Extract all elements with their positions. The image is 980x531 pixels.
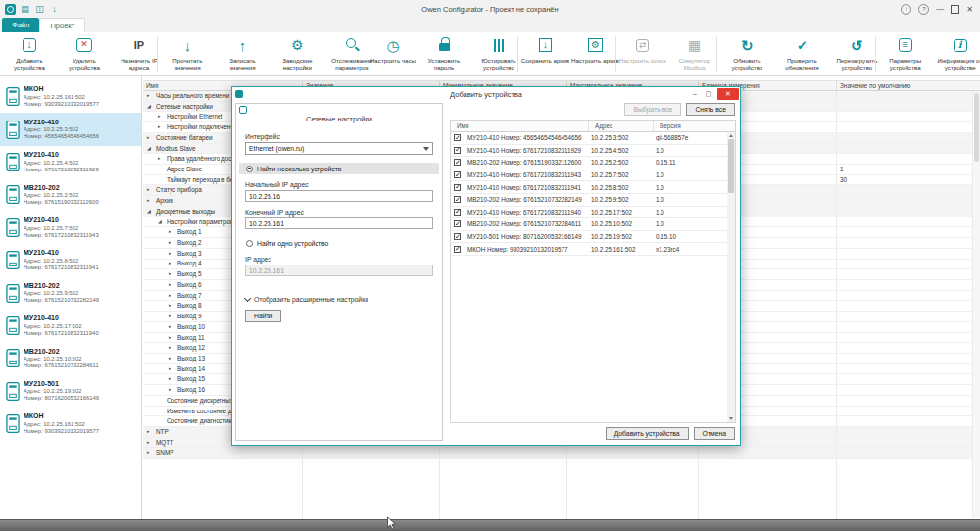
- expander-icon[interactable]: [169, 269, 175, 279]
- radio-find-multiple[interactable]: Найти несколько устройств: [239, 163, 439, 174]
- dialog-maximize-button[interactable]: [702, 88, 715, 100]
- expander-icon[interactable]: [169, 333, 175, 343]
- save-archive-button[interactable]: Сохранить архив: [520, 33, 570, 75]
- expander-icon[interactable]: [147, 144, 154, 154]
- select-all-button[interactable]: Выбрать все: [624, 103, 681, 116]
- new-project-icon[interactable]: [20, 4, 30, 15]
- factory-settings-button[interactable]: Заводские настройки: [270, 33, 324, 75]
- device-checkbox[interactable]: [454, 233, 461, 240]
- modbus-simulator-button[interactable]: Симулятор Modbus: [667, 33, 722, 75]
- dialog-device-row[interactable]: МУ210-410 Номер: 67617210832311940 10.2.…: [451, 207, 727, 219]
- table-row[interactable]: SNMP: [143, 448, 980, 459]
- dialog-device-row[interactable]: МВ210-202 Номер: 67615210732282149 10.2.…: [451, 194, 727, 207]
- tab-project[interactable]: Проект: [39, 18, 85, 32]
- save-project-icon[interactable]: [34, 4, 45, 15]
- expander-icon[interactable]: [147, 448, 154, 458]
- expander-icon[interactable]: [147, 91, 154, 101]
- device-list-item[interactable]: МУ210-410 Адрес: 10.2.25.17:502 Номер: 6…: [0, 310, 141, 342]
- scroll-up-icon[interactable]: [729, 134, 733, 137]
- find-button[interactable]: Найти: [245, 310, 281, 322]
- device-checkbox[interactable]: [454, 184, 461, 191]
- device-checkbox[interactable]: [454, 134, 461, 141]
- device-checkbox[interactable]: [454, 220, 461, 227]
- device-list-item[interactable]: МУ210-410 Адрес: 10.2.25.8:502 Номер: 67…: [0, 244, 141, 276]
- dialog-device-row[interactable]: МУ210-410 Номер: 45654654546454656 10.2.…: [451, 132, 727, 145]
- tab-file[interactable]: Файл: [2, 18, 39, 32]
- expander-icon[interactable]: [147, 196, 154, 206]
- reboot-device-button[interactable]: Перезагрузить устройство: [829, 33, 884, 75]
- dialog-device-row[interactable]: МКОН Номер: 93039210132019577 10.2.25.16…: [451, 243, 727, 256]
- dialog-device-row[interactable]: МУ210-410 Номер: 67617210832311943 10.2.…: [451, 169, 727, 182]
- device-list-item[interactable]: МУ210-410 Адрес: 10.2.25.3:502 Номер: 45…: [0, 113, 141, 145]
- device-info-button[interactable]: Информация об устройстве: [933, 33, 980, 75]
- expander-icon[interactable]: [169, 280, 175, 290]
- main-vertical-scrollbar[interactable]: [972, 91, 980, 518]
- expander-icon[interactable]: [169, 249, 175, 259]
- dialog-scrollbar-thumb[interactable]: [728, 139, 734, 193]
- minimize-button[interactable]: [936, 7, 944, 11]
- add-devices-button[interactable]: Добавить устройства: [2, 33, 57, 75]
- expander-icon[interactable]: [169, 354, 175, 363]
- device-list-item[interactable]: МВ210-202 Адрес: 10.2.25.2:502 Номер: 67…: [0, 178, 141, 211]
- device-checkbox[interactable]: [454, 159, 461, 166]
- device-list-item[interactable]: МВ210-202 Адрес: 10.2.25.9:502 Номер: 67…: [0, 276, 141, 309]
- expander-icon[interactable]: [147, 185, 154, 195]
- device-list-item[interactable]: МУ210-410 Адрес: 10.2.25.4:502 Номер: 67…: [0, 146, 141, 178]
- device-checkbox[interactable]: [454, 246, 461, 253]
- device-checkbox[interactable]: [454, 171, 461, 178]
- dialog-column-name[interactable]: Имя: [451, 121, 589, 131]
- scrollbar-thumb[interactable]: [974, 93, 979, 162]
- write-values-button[interactable]: Записать значения: [215, 33, 270, 75]
- delete-devices-button[interactable]: Удалить устройства: [57, 33, 112, 75]
- start-ip-input[interactable]: [245, 190, 433, 202]
- expander-icon[interactable]: [158, 154, 165, 164]
- expander-icon[interactable]: [147, 102, 154, 112]
- configure-archive-button[interactable]: Настроить архив: [570, 33, 620, 75]
- expander-icon[interactable]: [147, 438, 154, 448]
- expander-icon[interactable]: [147, 427, 154, 437]
- expander-icon[interactable]: [169, 312, 175, 321]
- device-parameters-button[interactable]: Параметры устройства: [878, 33, 933, 75]
- device-checkbox[interactable]: [454, 196, 461, 203]
- expander-icon[interactable]: [158, 112, 165, 121]
- close-button[interactable]: [966, 5, 973, 14]
- expander-icon[interactable]: [169, 238, 175, 248]
- device-checkbox[interactable]: [454, 209, 461, 216]
- expander-icon[interactable]: [169, 260, 175, 269]
- check-updates-button[interactable]: Проверить обновления: [774, 33, 829, 75]
- advanced-settings-link[interactable]: Отобразить расширенные настройки: [245, 296, 433, 303]
- dialog-column-version[interactable]: Версия: [654, 121, 735, 131]
- expander-icon[interactable]: [158, 217, 165, 227]
- device-list-item[interactable]: МКОН Адрес: 10.2.25.161:502 Номер: 93039…: [0, 408, 141, 440]
- expander-icon[interactable]: [169, 301, 175, 311]
- expander-icon[interactable]: [169, 227, 175, 237]
- info-icon[interactable]: [901, 4, 911, 15]
- dialog-device-row[interactable]: МВ210-202 Номер: 67615210732284611 10.2.…: [451, 218, 727, 231]
- expander-icon[interactable]: [169, 322, 175, 332]
- dialog-device-row[interactable]: МВ210-202 Номер: 67615190332112600 10.2.…: [451, 157, 727, 169]
- dialog-table-scrollbar[interactable]: [727, 132, 735, 422]
- expander-icon[interactable]: [147, 133, 154, 143]
- dialog-device-row[interactable]: МУ210-410 Номер: 67617210832311941 10.2.…: [451, 181, 727, 194]
- cancel-button[interactable]: Отмена: [694, 427, 735, 440]
- scroll-down-icon[interactable]: [729, 417, 733, 420]
- expander-icon[interactable]: [169, 343, 175, 353]
- assign-ip-button[interactable]: Назначить IP адреса: [112, 33, 167, 75]
- set-password-button[interactable]: Установить пароль: [416, 33, 471, 75]
- configure-gateway-button[interactable]: Настроить шлюз: [618, 33, 667, 75]
- column-header-default[interactable]: Значение по умолчанию: [837, 81, 980, 90]
- dialog-close-button[interactable]: [717, 88, 739, 100]
- add-devices-confirm-button[interactable]: Добавить устройства: [606, 427, 689, 440]
- expander-icon[interactable]: [169, 364, 175, 374]
- device-list-item[interactable]: МКОН Адрес: 10.2.25.161:502 Номер: 93039…: [0, 80, 141, 113]
- update-device-button[interactable]: Обновить устройство: [719, 33, 774, 75]
- end-ip-input[interactable]: [245, 217, 433, 229]
- import-project-icon[interactable]: [49, 4, 60, 15]
- expander-icon[interactable]: [147, 207, 154, 217]
- device-list-item[interactable]: МУ210-410 Адрес: 10.2.25.7:502 Номер: 67…: [0, 212, 141, 244]
- dialog-column-address[interactable]: Адрес: [589, 121, 654, 131]
- read-values-button[interactable]: Прочитать значения: [160, 33, 215, 75]
- device-list-item[interactable]: МВ210-202 Адрес: 10.2.25.10:502 Номер: 6…: [0, 342, 141, 374]
- deselect-all-button[interactable]: Снять все: [686, 103, 735, 116]
- dialog-device-row[interactable]: МУ210-410 Номер: 67617210832311929 10.2.…: [451, 145, 727, 158]
